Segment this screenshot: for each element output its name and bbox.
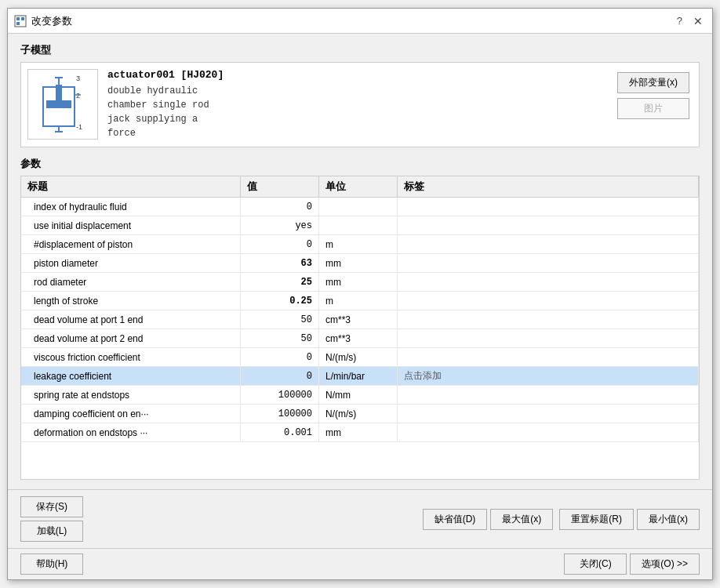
bottom-bar: 保存(S) 加载(L) 缺省值(D) 最大值(x) 重置标题(R) 最小值(x): [8, 489, 712, 548]
params-header: 标题 值 单位 标签: [21, 176, 699, 198]
param-unit: [319, 198, 398, 216]
table-row[interactable]: #displacement of piston0m: [21, 235, 699, 254]
param-name: use initial displacement: [21, 216, 241, 234]
save-button[interactable]: 保存(S): [20, 496, 83, 517]
table-row[interactable]: viscous friction coefficient0N/(m/s): [21, 348, 699, 367]
param-tag: [398, 423, 699, 441]
param-tag: [398, 198, 699, 216]
param-unit: N/mm: [319, 386, 398, 404]
table-row[interactable]: rod diameter25mm: [21, 273, 699, 292]
dialog-title: 改变参数: [31, 14, 672, 28]
param-tag: [398, 348, 699, 366]
table-row[interactable]: damping coefficient on en···100000N/(m/s…: [21, 405, 699, 423]
param-name: damping coefficient on en···: [21, 405, 241, 423]
param-value: yes: [241, 216, 319, 234]
help-icon[interactable]: ?: [677, 15, 682, 27]
param-name: deformation on endstops ···: [21, 423, 241, 441]
table-row[interactable]: piston diameter63mm: [21, 254, 699, 273]
param-unit: mm: [319, 423, 398, 441]
param-unit: cm**3: [319, 310, 398, 328]
table-row[interactable]: deformation on endstops ···0.001mm: [21, 423, 699, 442]
param-unit: m: [319, 292, 398, 310]
params-body[interactable]: index of hydraulic fluid0use initial dis…: [21, 198, 699, 479]
param-name: piston diameter: [21, 254, 241, 272]
param-value: 50: [241, 310, 319, 328]
param-tag: [398, 405, 699, 423]
svg-rect-3: [16, 22, 20, 25]
submodel-actions: 外部变量(x) 图片: [617, 72, 689, 119]
param-unit: [319, 216, 398, 234]
param-value: 0: [241, 348, 319, 366]
svg-rect-2: [21, 17, 24, 20]
help-button[interactable]: 帮助(H): [20, 554, 83, 575]
param-tag: [398, 216, 699, 234]
table-row[interactable]: length of stroke0.25m: [21, 292, 699, 310]
submodel-info: actuator001 [HJ020] double hydrauliccham…: [107, 69, 693, 140]
param-value: 50: [241, 329, 319, 347]
param-tag: [398, 273, 699, 291]
bottom-right-actions: 缺省值(D) 最大值(x) 重置标题(R) 最小值(x): [423, 509, 700, 530]
load-button[interactable]: 加载(L): [20, 521, 83, 542]
param-name: dead volume at port 1 end: [21, 310, 241, 328]
param-unit: cm**3: [319, 329, 398, 347]
submodel-description: double hydraulicchamber single rodjack s…: [107, 84, 693, 140]
param-name: viscous friction coefficient: [21, 348, 241, 366]
param-value: 0.001: [241, 423, 319, 441]
param-name: spring rate at endstops: [21, 386, 241, 404]
table-row[interactable]: leakage coefficient0L/min/bar点击添加: [21, 367, 699, 386]
submodel-box: 3 2 -1: [20, 62, 700, 147]
svg-text:2: 2: [76, 92, 80, 100]
table-row[interactable]: use initial displacementyes: [21, 216, 699, 235]
param-value: 0: [241, 367, 319, 385]
svg-text:3: 3: [76, 74, 80, 82]
table-row[interactable]: dead volume at port 1 end50cm**3: [21, 310, 699, 329]
params-table: 标题 值 单位 标签 index of hydraulic fluid0use …: [20, 176, 700, 480]
col-header-value: 值: [241, 176, 319, 197]
param-unit: L/min/bar: [319, 367, 398, 385]
param-unit: mm: [319, 273, 398, 291]
submodel-section: 子模型 3 2 -1: [20, 43, 700, 147]
close-options-group: 关闭(C) 选项(O) >>: [564, 554, 700, 575]
actuator-diagram: 3 2 -1: [27, 69, 98, 140]
table-row[interactable]: spring rate at endstops100000N/mm: [21, 386, 699, 405]
image-button[interactable]: 图片: [617, 98, 689, 119]
param-value: 100000: [241, 405, 319, 423]
default-button[interactable]: 缺省值(D): [423, 509, 488, 530]
param-value: 63: [241, 254, 319, 272]
svg-text:-1: -1: [76, 123, 82, 131]
param-tag: [398, 254, 699, 272]
dialog-body: 子模型 3 2 -1: [8, 34, 712, 489]
options-button[interactable]: 选项(O) >>: [630, 554, 700, 575]
param-value: 0.25: [241, 292, 319, 310]
param-tag[interactable]: 点击添加: [398, 367, 699, 385]
table-row[interactable]: dead volume at port 2 end50cm**3: [21, 329, 699, 348]
param-value: 0: [241, 198, 319, 216]
param-tag: [398, 386, 699, 404]
param-name: leakage coefficient: [21, 367, 241, 385]
submodel-model-id: actuator001 [HJ020]: [107, 69, 693, 81]
close-button-footer[interactable]: 关闭(C): [564, 554, 627, 575]
title-bar: 改变参数 ? ✕: [8, 9, 712, 34]
max-button[interactable]: 最大值(x): [490, 509, 553, 530]
default-max-group: 缺省值(D) 最大值(x): [423, 509, 554, 530]
external-var-button[interactable]: 外部变量(x): [617, 72, 689, 93]
actuator-svg: 3 2 -1: [35, 73, 90, 136]
param-tag: [398, 310, 699, 328]
param-tag: [398, 235, 699, 253]
param-name: length of stroke: [21, 292, 241, 310]
param-value: 25: [241, 273, 319, 291]
footer-bar: 帮助(H) 关闭(C) 选项(O) >>: [8, 548, 712, 579]
min-button[interactable]: 最小值(x): [637, 509, 700, 530]
param-name: dead volume at port 2 end: [21, 329, 241, 347]
table-row[interactable]: index of hydraulic fluid0: [21, 198, 699, 216]
col-header-title: 标题: [21, 176, 241, 197]
submodel-section-label: 子模型: [20, 43, 700, 57]
close-button[interactable]: ✕: [690, 13, 706, 29]
reset-title-button[interactable]: 重置标题(R): [559, 509, 634, 530]
svg-rect-1: [16, 17, 20, 20]
svg-rect-8: [46, 100, 71, 108]
dialog-icon: [14, 15, 27, 27]
param-value: 100000: [241, 386, 319, 404]
reset-min-group: 重置标题(R) 最小值(x): [559, 509, 700, 530]
col-header-tag: 标签: [398, 176, 699, 197]
